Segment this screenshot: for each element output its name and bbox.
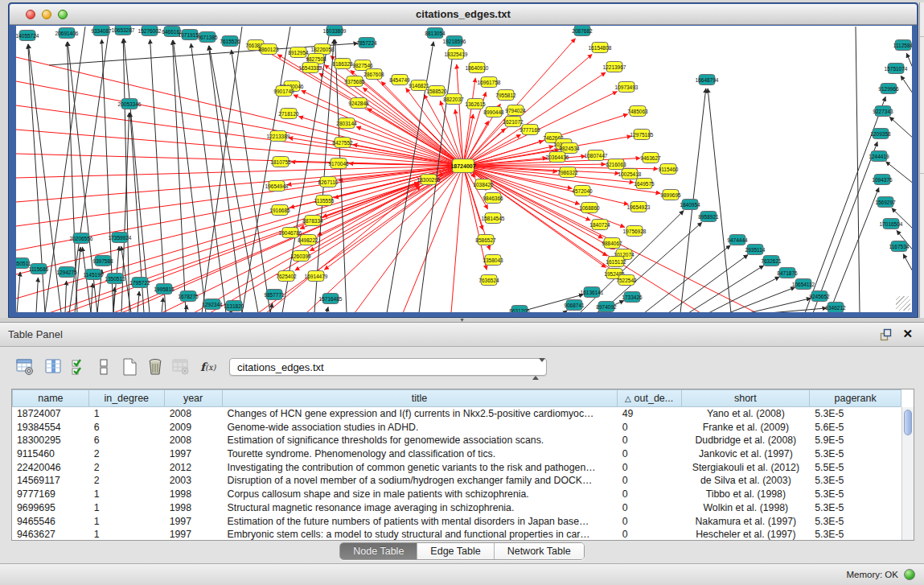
graph-node[interactable]: 19654923 bbox=[630, 201, 647, 212]
graph-node[interactable]: 8878334 bbox=[305, 215, 322, 226]
graph-node[interactable]: 7636524 bbox=[481, 274, 498, 286]
graph-node[interactable]: 8822037 bbox=[446, 93, 462, 105]
graph-node[interactable]: 19218596 bbox=[446, 35, 463, 47]
graph-node[interactable]: 16154808 bbox=[592, 42, 609, 53]
graph-node[interactable]: 16543382 bbox=[302, 62, 319, 73]
graph-node[interactable]: 1840724 bbox=[592, 219, 609, 230]
graph-node[interactable]: 9068741 bbox=[566, 299, 583, 311]
graph-node[interactable]: 1649575 bbox=[636, 178, 653, 189]
graph-node[interactable]: 8586527 bbox=[478, 234, 495, 245]
table-row[interactable]: 1872400712008Changes of HCN gene express… bbox=[12, 407, 901, 421]
network-canvas[interactable]: 1872400718300295140557242069140693340871… bbox=[16, 26, 912, 312]
graph-node[interactable]: 8498222 bbox=[300, 234, 317, 245]
graph-node[interactable]: 2087682 bbox=[574, 26, 591, 36]
graph-node[interactable]: 9474444 bbox=[729, 234, 746, 245]
graph-node[interactable]: 9899695 bbox=[663, 189, 680, 200]
graph-node[interactable]: 7522542 bbox=[618, 274, 635, 286]
graph-node[interactable]: 16648794 bbox=[699, 74, 716, 85]
graph-node[interactable]: 10654112 bbox=[795, 278, 812, 290]
graph-node[interactable]: 9901743 bbox=[276, 85, 293, 97]
graph-node[interactable]: 18325419 bbox=[448, 48, 465, 60]
graph-node[interactable]: 9375685 bbox=[347, 76, 363, 87]
graph-node[interactable]: 1068860 bbox=[581, 202, 598, 213]
graph-node[interactable]: 2803144 bbox=[339, 117, 355, 129]
graph-node[interactable]: 8990448 bbox=[486, 106, 503, 117]
graph-node[interactable]: 1588520 bbox=[429, 85, 446, 97]
column-header-in_degree[interactable]: in_degree bbox=[89, 389, 165, 407]
table-row[interactable]: 977716911998Corpus callosum shape and si… bbox=[12, 488, 901, 501]
graph-hub-node[interactable]: 18724007 bbox=[452, 159, 474, 173]
graph-node[interactable]: 8958921 bbox=[700, 211, 717, 222]
graph-node[interactable]: 8267110 bbox=[320, 176, 337, 187]
new-document-button[interactable] bbox=[117, 355, 142, 379]
graph-node[interactable]: 9227343 bbox=[875, 105, 892, 117]
graph-node[interactable]: 7615526 bbox=[222, 35, 239, 47]
graph-node[interactable]: 14055724 bbox=[19, 30, 36, 41]
column-header-name[interactable]: name bbox=[12, 389, 89, 407]
table-row[interactable]: 946362711997Embryonic stem cells: a mode… bbox=[12, 528, 901, 541]
vertical-scrollbar[interactable] bbox=[901, 407, 914, 540]
resize-grip-icon[interactable] bbox=[896, 296, 910, 311]
graph-node[interactable]: 7955812 bbox=[498, 89, 515, 101]
graph-node[interactable]: 1260399 bbox=[293, 250, 310, 262]
select-all-check-button[interactable] bbox=[68, 355, 92, 379]
graph-node[interactable]: 4572040 bbox=[574, 185, 591, 196]
delete-trash-button[interactable] bbox=[143, 355, 167, 379]
column-header-year[interactable]: year bbox=[165, 389, 223, 407]
graph-node[interactable]: 16136141 bbox=[584, 286, 601, 298]
graph-node[interactable]: 1135555 bbox=[316, 195, 333, 206]
graph-node[interactable]: 9334087 bbox=[93, 26, 110, 36]
graph-node[interactable]: 1350513 bbox=[107, 273, 124, 284]
table-row[interactable]: 1456911722003Disruption of a novel membe… bbox=[12, 474, 901, 488]
graph-node[interactable]: 1995818 bbox=[156, 283, 173, 295]
table-row[interactable]: 2242004622012Investigating the contribut… bbox=[12, 461, 901, 475]
graph-node[interactable]: 8860123 bbox=[261, 43, 277, 55]
graph-node[interactable]: 9146821 bbox=[411, 80, 428, 91]
table-row[interactable]: 969969511998Structural magnetic resonanc… bbox=[12, 501, 901, 515]
graph-node[interactable]: 9115460 bbox=[660, 163, 677, 175]
graph-node[interactable]: 12975185 bbox=[634, 129, 651, 140]
graph-node[interactable]: 9245652 bbox=[811, 290, 828, 302]
graph-node[interactable]: 1678275 bbox=[180, 290, 197, 302]
function-builder-button[interactable]: f(x) bbox=[196, 355, 220, 379]
graph-node[interactable]: 1292344 bbox=[204, 299, 221, 310]
graph-node[interactable]: 19046786 bbox=[282, 227, 299, 238]
table-row[interactable]: 946554611997Estimation of the future num… bbox=[12, 515, 901, 529]
table-column-button[interactable] bbox=[42, 355, 66, 379]
table-selector-dropdown[interactable]: citations_edges.txt bbox=[229, 358, 547, 376]
graph-node[interactable]: 16961758 bbox=[481, 76, 498, 88]
graph-node[interactable]: 10973493 bbox=[618, 81, 635, 93]
close-panel-icon[interactable]: ✕ bbox=[902, 327, 913, 341]
graph-node[interactable]: 9129966 bbox=[881, 83, 897, 94]
graph-node[interactable]: 8427552 bbox=[335, 137, 351, 148]
graph-node[interactable]: 17359924 bbox=[112, 232, 129, 243]
scrollbar-thumb[interactable] bbox=[904, 410, 912, 435]
graph-node[interactable]: 10719155 bbox=[182, 29, 199, 40]
graph-node[interactable]: 1244419 bbox=[871, 150, 888, 162]
table-row[interactable]: 1938455462009Genome-wide association stu… bbox=[12, 421, 901, 435]
graph-node[interactable]: 19654948 bbox=[269, 180, 285, 192]
graph-node[interactable]: 10653287 bbox=[115, 26, 132, 35]
column-header-short[interactable]: short bbox=[682, 389, 811, 407]
graph-node[interactable]: 1621072 bbox=[505, 116, 522, 127]
graph-node[interactable]: 18640910 bbox=[469, 62, 486, 73]
graph-node[interactable]: 15751074 bbox=[888, 63, 905, 74]
graph-node[interactable]: 1209358 bbox=[873, 128, 889, 139]
tab-edge-table[interactable]: Edge Table bbox=[417, 543, 493, 559]
graph-node[interactable]: 9846366 bbox=[485, 192, 502, 204]
graph-node[interactable]: 8974092 bbox=[598, 301, 615, 312]
graph-node[interactable]: 1733426 bbox=[624, 291, 641, 303]
graph-node[interactable]: 8346212 bbox=[827, 302, 844, 312]
graph-node[interactable]: 7857224 bbox=[359, 37, 376, 48]
graph-node[interactable]: 19756928 bbox=[626, 225, 643, 237]
graph-node[interactable]: 1615132 bbox=[608, 256, 625, 267]
graph-node[interactable]: 8631205 bbox=[511, 305, 528, 312]
graph-node[interactable]: 20206556 bbox=[73, 233, 90, 244]
graph-node[interactable]: 1038420 bbox=[475, 179, 492, 190]
graph-node[interactable]: 18300295 bbox=[421, 174, 437, 185]
graph-node[interactable]: 1569297 bbox=[877, 196, 894, 208]
window-title-bar[interactable]: citations_edges.txt bbox=[10, 4, 917, 25]
graph-node[interactable]: 8813054 bbox=[427, 27, 444, 39]
graph-node[interactable]: 20364436 bbox=[549, 151, 566, 163]
graph-node[interactable]: 7485063 bbox=[630, 105, 647, 117]
